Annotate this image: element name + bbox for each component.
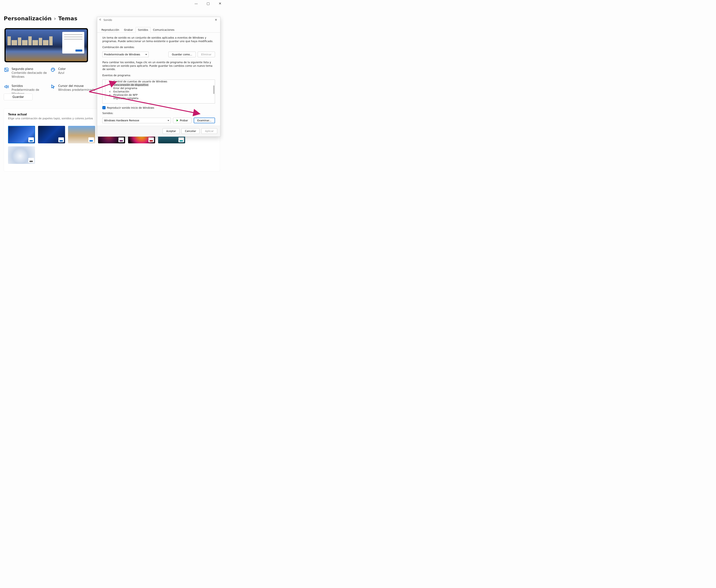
breadcrumb-current: Temas: [58, 15, 77, 22]
sound-assigned-icon: [109, 94, 111, 96]
breadcrumb: Personalización › Temas: [4, 15, 77, 22]
startup-sound-checkbox[interactable]: ✓: [102, 106, 106, 109]
startup-sound-label: Reproducir sonido Inicio de Windows: [107, 106, 154, 109]
apply-button[interactable]: Aplicar: [202, 128, 217, 134]
theme-accent-chip: [58, 138, 64, 142]
option-background-title: Segundo plano: [12, 67, 50, 71]
browse-button[interactable]: Examinar...: [194, 118, 215, 123]
sound-assigned-icon: [109, 84, 111, 86]
option-color-title: Color: [58, 67, 66, 71]
save-as-button[interactable]: Guardar como...: [168, 51, 196, 57]
sound-dialog: Sonido ✕ ReproducciónGrabarSonidosComuni…: [97, 17, 220, 136]
svg-point-3: [53, 69, 53, 69]
theme-thumbnail[interactable]: [8, 146, 35, 164]
svg-point-1: [5, 69, 6, 69]
program-event-label: Control de cuentas de usuario de Windows: [113, 80, 167, 83]
theme-preview: [4, 28, 88, 62]
dialog-tabs: ReproducciónGrabarSonidosComunicaciones: [97, 27, 220, 33]
program-event-label: Desconexión de dispositivo: [113, 83, 149, 86]
sound-file-select[interactable]: Windows Hardware Remove: [102, 118, 171, 123]
program-event-label: Error del programa: [113, 87, 137, 90]
dialog-tab[interactable]: Grabar: [122, 27, 135, 33]
program-events-list[interactable]: Control de cuentas de usuario de Windows…: [102, 80, 215, 103]
program-event-item[interactable]: Impresión completa: [103, 97, 215, 100]
breadcrumb-parent[interactable]: Personalización: [4, 15, 51, 22]
sound-assigned-icon: [109, 80, 111, 83]
preview-mini-window: [62, 32, 84, 54]
minimize-button[interactable]: —: [194, 1, 198, 5]
theme-accent-chip: [28, 138, 34, 142]
speaker-icon: [4, 84, 9, 89]
theme-thumbnail[interactable]: [8, 126, 35, 143]
theme-accent-chip: [88, 138, 94, 142]
dialog-intro: Un tema de sonido es un conjunto de soni…: [102, 36, 215, 43]
sound-scheme-select[interactable]: Predeterminado de Windows: [102, 51, 149, 57]
dialog-tab[interactable]: Comunicaciones: [150, 27, 177, 33]
theme-thumbnail[interactable]: [38, 126, 65, 143]
option-cursor-title: Cursor del mouse: [58, 84, 95, 88]
events-label: Eventos de programa:: [102, 74, 215, 77]
svg-point-2: [52, 69, 52, 69]
cancel-button[interactable]: Cancelar: [182, 128, 200, 134]
test-button[interactable]: Probar: [173, 118, 191, 123]
cursor-icon: [50, 84, 56, 89]
delete-button[interactable]: Eliminar: [198, 51, 215, 57]
option-background[interactable]: Segundo plano Contenido destacado de Win…: [4, 67, 50, 79]
program-event-item[interactable]: Finalización de NFP: [103, 93, 215, 97]
option-sounds-title: Sonidos: [12, 84, 50, 88]
program-event-item[interactable]: Error del programa: [103, 86, 215, 90]
option-cursor-value: Windows predeterminado: [58, 88, 95, 92]
save-button[interactable]: Guardar: [4, 93, 33, 100]
breadcrumb-sep: ›: [54, 15, 56, 22]
dialog-titlebar[interactable]: Sonido ✕: [97, 17, 220, 23]
program-event-item[interactable]: Exclamación: [103, 90, 215, 93]
option-color[interactable]: Color Azul: [50, 67, 97, 79]
program-event-item[interactable]: Control de cuentas de usuario de Windows: [103, 80, 215, 83]
option-color-value: Azul: [58, 71, 66, 75]
option-cursor[interactable]: Cursor del mouse Windows predeterminado: [50, 84, 97, 96]
program-event-label: Finalización de NFP: [113, 93, 138, 97]
dialog-title: Sonido: [104, 18, 112, 21]
dialog-tab[interactable]: Sonidos: [135, 27, 151, 33]
sounds-label: Sonidos:: [102, 111, 215, 115]
maximize-button[interactable]: ▢: [206, 1, 210, 5]
palette-icon: [50, 67, 56, 72]
theme-accent-chip: [178, 138, 184, 142]
scheme-label: Combinación de sonidos:: [102, 45, 215, 49]
theme-preview-image: [6, 29, 87, 61]
close-button[interactable]: ✕: [218, 1, 222, 5]
theme-accent-chip: [28, 158, 34, 163]
theme-accent-chip: [148, 138, 154, 142]
theme-thumbnail[interactable]: [68, 126, 95, 143]
option-background-value: Contenido destacado de Windows: [12, 71, 50, 79]
dialog-tab[interactable]: Reproducción: [99, 27, 122, 33]
sound-dialog-icon: [99, 18, 102, 22]
theme-accent-chip: [119, 138, 124, 142]
ok-button[interactable]: Aceptar: [163, 128, 180, 134]
program-event-label: Impresión completa: [113, 97, 138, 100]
events-intro: Para cambiar los sonidos, haga clic en u…: [102, 61, 215, 71]
svg-point-4: [54, 69, 54, 69]
dialog-close-button[interactable]: ✕: [214, 18, 218, 22]
program-event-item[interactable]: Desconexión de dispositivo: [103, 83, 215, 86]
image-icon: [4, 67, 9, 72]
program-event-label: Exclamación: [113, 90, 129, 93]
sound-assigned-icon: [109, 90, 111, 93]
svg-rect-0: [4, 68, 8, 71]
